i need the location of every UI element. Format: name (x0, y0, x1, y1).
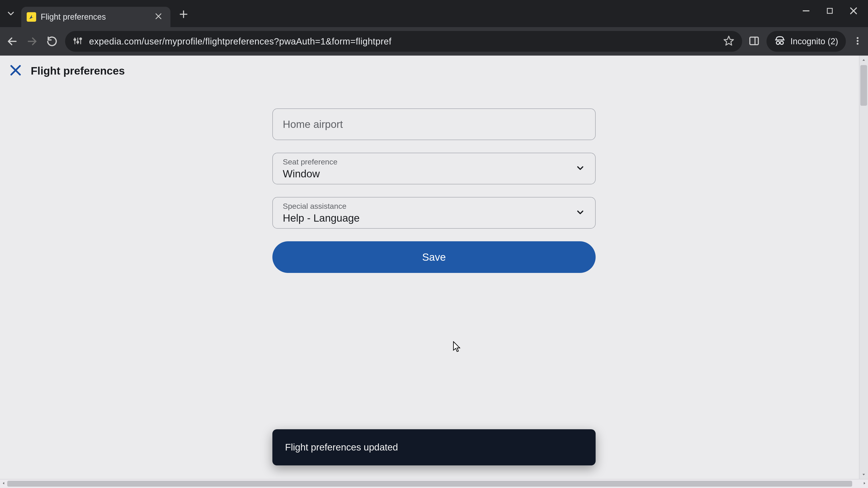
tab-strip: Flight preferences (0, 0, 868, 27)
svg-point-13 (74, 39, 76, 40)
svg-point-21 (857, 37, 859, 39)
window-minimize-button[interactable] (801, 6, 811, 17)
close-page-button[interactable] (9, 64, 22, 78)
address-bar[interactable]: expedia.com/user/myprofile/flightprefere… (65, 31, 742, 52)
svg-rect-5 (827, 8, 832, 13)
scroll-down-arrow-icon[interactable] (860, 470, 868, 479)
chevron-down-icon (575, 207, 585, 218)
home-airport-placeholder: Home airport (283, 118, 343, 130)
browser-tab[interactable]: Flight preferences (21, 7, 170, 27)
window-maximize-button[interactable] (826, 6, 834, 16)
tab-title: Flight preferences (41, 12, 148, 22)
new-tab-button[interactable] (174, 9, 193, 22)
svg-marker-28 (3, 482, 4, 485)
seat-preference-value: Window (283, 168, 585, 180)
window-close-button[interactable] (848, 6, 859, 17)
browser-toolbar: expedia.com/user/myprofile/flightprefere… (0, 27, 868, 56)
bookmark-star-icon[interactable] (723, 35, 735, 47)
window-controls (801, 0, 868, 23)
svg-point-20 (780, 41, 783, 44)
svg-marker-29 (864, 482, 865, 485)
page-header: Flight preferences (0, 56, 868, 86)
incognito-icon (774, 35, 785, 48)
tab-close-button[interactable] (153, 11, 164, 24)
incognito-indicator[interactable]: Incognito (2) (767, 31, 846, 52)
scrollbar-thumb[interactable] (860, 65, 867, 106)
nav-reload-button[interactable] (45, 35, 59, 48)
svg-point-22 (857, 40, 859, 42)
special-assistance-select[interactable]: Special assistance Help - Language (272, 197, 596, 229)
page-title: Flight preferences (31, 65, 125, 77)
special-assistance-label: Special assistance (283, 202, 585, 210)
seat-preference-label: Seat preference (283, 158, 585, 166)
vertical-scrollbar[interactable] (859, 56, 868, 479)
mouse-cursor (452, 341, 461, 354)
nav-back-button[interactable] (5, 35, 19, 48)
scroll-up-arrow-icon[interactable] (860, 56, 868, 65)
scroll-right-arrow-icon[interactable] (863, 482, 866, 486)
svg-marker-27 (863, 474, 865, 475)
horizontal-scrollbar[interactable] (0, 479, 868, 488)
svg-point-15 (80, 38, 82, 40)
svg-point-14 (77, 41, 79, 43)
home-airport-input[interactable]: Home airport (272, 108, 596, 140)
svg-marker-26 (863, 59, 865, 61)
toast-notification: Flight preferences updated (272, 429, 596, 465)
browser-menu-button[interactable] (852, 36, 863, 47)
svg-rect-17 (750, 37, 758, 44)
tab-search-dropdown[interactable] (4, 7, 18, 20)
tab-favicon-expedia (27, 12, 36, 22)
chevron-down-icon (575, 163, 585, 174)
svg-point-23 (857, 43, 859, 45)
browser-chrome: Flight preferences (0, 0, 868, 56)
address-bar-url: expedia.com/user/myprofile/flightprefere… (89, 36, 392, 46)
special-assistance-value: Help - Language (283, 212, 585, 224)
page-viewport: Flight preferences Home airport Seat pre… (0, 56, 868, 479)
toast-message: Flight preferences updated (285, 442, 398, 453)
flight-preferences-form: Home airport Seat preference Window Spec… (272, 108, 596, 273)
seat-preference-select[interactable]: Seat preference Window (272, 153, 596, 184)
svg-point-19 (776, 41, 779, 44)
save-button[interactable]: Save (272, 241, 596, 273)
svg-marker-16 (724, 36, 734, 45)
nav-forward-button[interactable] (25, 35, 39, 48)
h-scrollbar-thumb[interactable] (7, 481, 852, 487)
h-scrollbar-track[interactable] (7, 480, 861, 488)
incognito-label: Incognito (2) (790, 37, 838, 46)
site-settings-icon[interactable] (73, 36, 83, 47)
scroll-left-arrow-icon[interactable] (2, 482, 5, 486)
save-button-label: Save (422, 251, 446, 263)
side-panel-icon[interactable] (748, 35, 760, 47)
